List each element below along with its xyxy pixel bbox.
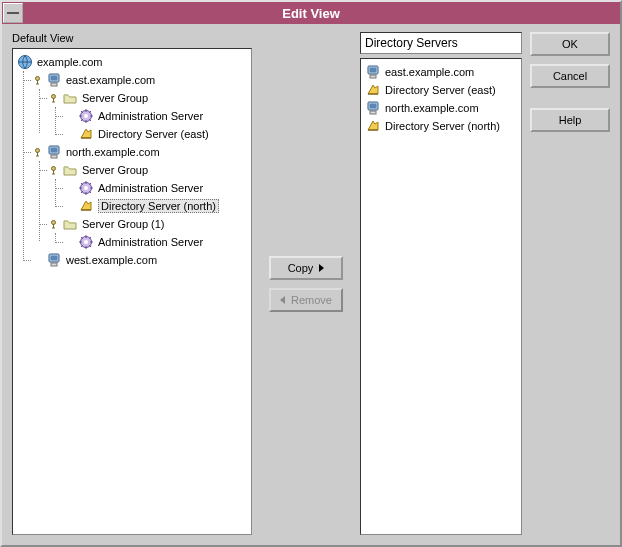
tree-item-label: north.example.com xyxy=(66,146,160,158)
tree-item-label: Directory Server (north) xyxy=(98,199,219,213)
tree-item-label: west.example.com xyxy=(66,254,157,266)
folder-icon xyxy=(62,216,78,232)
content-area: Default View example.comeast.example.com… xyxy=(2,24,620,545)
help-button[interactable]: Help xyxy=(530,108,610,132)
tree-item[interactable]: north.example.com xyxy=(31,143,249,161)
tree-item[interactable]: Directory Server (north) xyxy=(63,197,249,215)
cancel-button[interactable]: Cancel xyxy=(530,64,610,88)
middle-column: Copy Remove xyxy=(260,32,352,535)
svg-point-11 xyxy=(84,114,88,118)
svg-rect-33 xyxy=(370,75,376,78)
ok-button-label: OK xyxy=(562,38,578,50)
expand-toggle-icon[interactable] xyxy=(49,166,58,175)
svg-rect-24 xyxy=(53,224,54,228)
directory-icon xyxy=(365,82,381,98)
svg-point-18 xyxy=(52,166,56,170)
folder-icon xyxy=(62,90,78,106)
tree-item[interactable]: example.com xyxy=(15,53,249,71)
tree-item[interactable]: Server Group xyxy=(47,161,249,179)
left-column: Default View example.comeast.example.com… xyxy=(12,32,252,535)
host-icon xyxy=(46,144,62,160)
host-icon xyxy=(46,252,62,268)
svg-point-12 xyxy=(36,148,40,152)
list-item[interactable]: Directory Server (north) xyxy=(363,117,519,135)
svg-point-23 xyxy=(52,220,56,224)
view-name-input[interactable]: Directory Servers xyxy=(360,32,522,54)
tree-node: north.example.comServer GroupAdministrat… xyxy=(31,143,249,251)
tree-node: Server GroupAdministration ServerDirecto… xyxy=(47,161,249,215)
target-list-panel[interactable]: east.example.comDirectory Server (east)n… xyxy=(360,58,522,535)
tree-item-label: Administration Server xyxy=(98,236,203,248)
source-tree[interactable]: example.comeast.example.comServer GroupA… xyxy=(15,53,249,269)
tree-item-label: Server Group xyxy=(82,92,148,104)
tree-item[interactable]: Administration Server xyxy=(63,179,249,197)
tree-node: Directory Server (east) xyxy=(63,125,249,143)
svg-rect-5 xyxy=(51,76,58,81)
svg-rect-20 xyxy=(52,173,55,174)
gear-icon xyxy=(78,108,94,124)
source-tree-panel[interactable]: example.comeast.example.comServer GroupA… xyxy=(12,48,252,535)
expand-toggle-icon[interactable] xyxy=(33,148,42,157)
tree-spacer xyxy=(65,184,74,193)
expand-toggle-icon[interactable] xyxy=(49,94,58,103)
title-bar: Edit View xyxy=(2,2,620,24)
tree-item-label: Server Group (1) xyxy=(82,218,165,230)
host-icon xyxy=(46,72,62,88)
tree-item[interactable]: Server Group (1) xyxy=(47,215,249,233)
tree-node: example.comeast.example.comServer GroupA… xyxy=(15,53,249,269)
cancel-button-label: Cancel xyxy=(553,70,587,82)
tree-node: Administration Server xyxy=(63,107,249,125)
tree-item-label: Server Group xyxy=(82,164,148,176)
host-icon xyxy=(365,64,381,80)
gear-icon xyxy=(78,180,94,196)
arrow-left-icon xyxy=(280,294,291,306)
tree-item[interactable]: Directory Server (east) xyxy=(63,125,249,143)
list-item[interactable]: north.example.com xyxy=(363,99,519,117)
directory-icon xyxy=(78,198,94,214)
host-icon xyxy=(365,100,381,116)
svg-rect-35 xyxy=(370,104,377,109)
tree-item[interactable]: Administration Server xyxy=(63,233,249,251)
list-item[interactable]: Directory Server (east) xyxy=(363,81,519,99)
tree-item[interactable]: east.example.com xyxy=(31,71,249,89)
tree-spacer xyxy=(33,256,42,265)
expand-toggle-icon[interactable] xyxy=(33,76,42,85)
tree-node: west.example.com xyxy=(31,251,249,269)
svg-rect-29 xyxy=(51,256,58,261)
copy-button[interactable]: Copy xyxy=(269,256,343,280)
tree-spacer xyxy=(65,112,74,121)
svg-point-22 xyxy=(84,186,88,190)
list-item-label: north.example.com xyxy=(385,102,479,114)
tree-item-label: Administration Server xyxy=(98,110,203,122)
globe-icon xyxy=(17,54,33,70)
expand-toggle-icon[interactable] xyxy=(49,220,58,229)
tree-node: east.example.comServer GroupAdministrati… xyxy=(31,71,249,143)
copy-button-label: Copy xyxy=(288,262,314,274)
spacer xyxy=(530,96,610,100)
tree-item[interactable]: west.example.com xyxy=(31,251,249,269)
target-list[interactable]: east.example.comDirectory Server (east)n… xyxy=(363,63,519,135)
gear-icon xyxy=(78,234,94,250)
svg-rect-32 xyxy=(370,68,377,73)
svg-rect-17 xyxy=(51,155,57,158)
list-item[interactable]: east.example.com xyxy=(363,63,519,81)
tree-node: Server Group (1)Administration Server xyxy=(47,215,249,251)
tree-item[interactable]: Administration Server xyxy=(63,107,249,125)
svg-rect-16 xyxy=(51,148,58,153)
list-item-label: Directory Server (east) xyxy=(385,84,496,96)
tree-spacer xyxy=(65,238,74,247)
arrow-right-icon xyxy=(313,262,324,274)
svg-rect-8 xyxy=(53,98,54,102)
tree-item[interactable]: Server Group xyxy=(47,89,249,107)
svg-rect-13 xyxy=(37,152,38,156)
edit-view-dialog: Edit View Default View example.comeast.e… xyxy=(0,0,622,547)
directory-icon xyxy=(78,126,94,142)
svg-rect-9 xyxy=(52,101,55,102)
tree-item-label: example.com xyxy=(37,56,102,68)
tree-spacer xyxy=(65,130,74,139)
tree-node: Server GroupAdministration ServerDirecto… xyxy=(47,89,249,143)
list-item-label: Directory Server (north) xyxy=(385,120,500,132)
ok-button[interactable]: OK xyxy=(530,32,610,56)
view-name-value: Directory Servers xyxy=(365,36,458,50)
tree-item-label: Directory Server (east) xyxy=(98,128,209,140)
